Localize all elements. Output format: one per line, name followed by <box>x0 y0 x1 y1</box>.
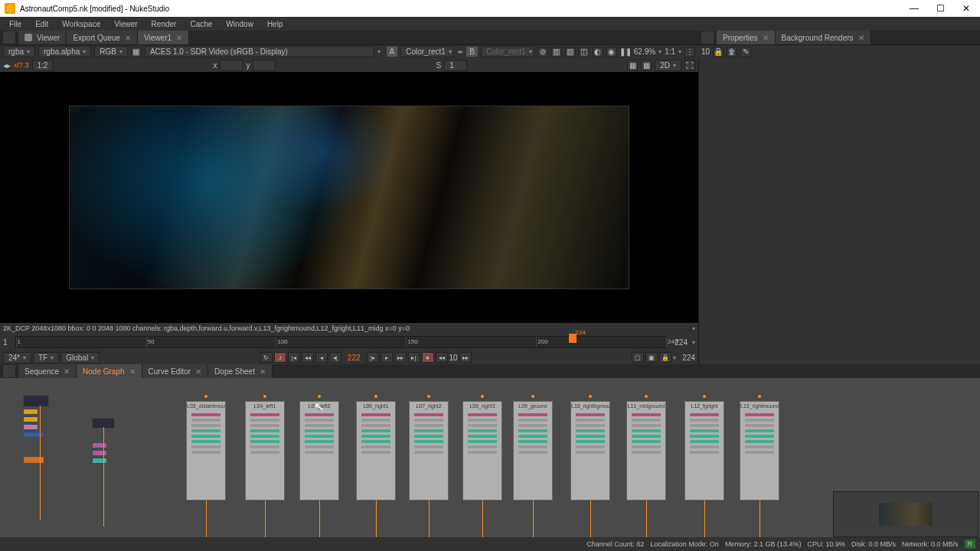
last-frame-button[interactable]: ● <box>422 352 434 363</box>
sub-node[interactable] <box>690 435 719 438</box>
node-op[interactable] <box>23 456 44 464</box>
sub-node[interactable] <box>632 413 661 416</box>
sub-node[interactable] <box>361 435 390 438</box>
sub-node[interactable] <box>468 429 497 432</box>
scope-dropdown[interactable]: Global▾ <box>60 352 100 364</box>
expand-icon[interactable]: ⛶ <box>684 60 695 70</box>
sub-node[interactable] <box>518 445 547 448</box>
node-op[interactable] <box>23 409 38 415</box>
sub-node[interactable] <box>576 413 605 416</box>
close-icon[interactable]: ✕ <box>195 367 201 376</box>
backdrop-node[interactable]: L08_right3 <box>462 401 502 500</box>
sub-node[interactable] <box>690 413 719 416</box>
y-input[interactable] <box>253 60 276 71</box>
close-icon[interactable]: ✕ <box>176 34 182 42</box>
sub-node[interactable] <box>576 424 605 427</box>
pencil-icon[interactable]: ✎ <box>740 47 751 57</box>
sub-node[interactable] <box>690 440 719 443</box>
sub-node[interactable] <box>250 440 279 443</box>
sub-node[interactable] <box>690 445 719 448</box>
close-icon[interactable]: ✕ <box>125 34 131 42</box>
skip-fwd-button[interactable]: ▸| <box>408 352 420 363</box>
sub-node[interactable] <box>305 435 334 438</box>
s-input[interactable]: 1 <box>444 60 467 71</box>
tab-background-renders[interactable]: Background Renders✕ <box>776 31 871 44</box>
tf-dropdown[interactable]: TF▾ <box>33 352 59 364</box>
sub-node[interactable] <box>414 445 443 448</box>
sub-node[interactable] <box>576 429 605 432</box>
sub-node[interactable] <box>250 445 279 448</box>
sub-node[interactable] <box>690 424 719 427</box>
sub-node[interactable] <box>518 451 547 454</box>
sub-node[interactable] <box>361 451 390 454</box>
sub-node[interactable] <box>632 445 661 448</box>
status-r[interactable]: R <box>965 540 976 549</box>
prev-key-button[interactable]: ◂◂ <box>302 352 314 363</box>
menu-cache[interactable]: Cache <box>184 18 218 30</box>
sub-node[interactable] <box>690 429 719 432</box>
lock-icon[interactable]: 🔒 <box>659 352 671 363</box>
sub-node[interactable] <box>414 419 443 422</box>
sub-node[interactable] <box>191 435 220 438</box>
grid-2-icon[interactable]: ▦ <box>641 60 652 70</box>
sub-node[interactable] <box>305 419 334 422</box>
channel-2-dropdown[interactable]: rgba.alpha▾ <box>38 46 91 57</box>
sub-node[interactable] <box>632 424 661 427</box>
gamma-icon[interactable]: ◐ <box>593 47 603 57</box>
backdrop-node[interactable]: L12_fgright <box>684 401 724 500</box>
sub-node[interactable] <box>414 429 443 432</box>
sub-node[interactable] <box>632 429 661 432</box>
sub-node[interactable] <box>361 424 390 427</box>
trash-icon[interactable]: 🗑 <box>727 47 737 57</box>
sub-node[interactable] <box>745 413 774 416</box>
sub-node[interactable] <box>690 419 719 422</box>
sub-node[interactable] <box>468 440 497 443</box>
minimize-button[interactable]: — <box>905 2 923 15</box>
sub-node[interactable] <box>250 424 279 427</box>
tab-viewer[interactable]: Viewer <box>18 31 67 44</box>
close-icon[interactable]: ✕ <box>858 34 864 42</box>
channel-toggle-icon[interactable]: ▦ <box>131 47 142 57</box>
a-buffer-label[interactable]: A <box>387 47 398 57</box>
tab-dope-sheet[interactable]: Dope Sheet✕ <box>208 364 273 378</box>
mode-2d-dropdown[interactable]: 2D▾ <box>655 60 681 71</box>
menu-workspace[interactable]: Workspace <box>56 18 106 30</box>
sub-node[interactable] <box>361 413 390 416</box>
clip-icon[interactable]: ▥ <box>551 47 562 57</box>
sub-node[interactable] <box>305 445 334 448</box>
sub-node[interactable] <box>632 435 661 438</box>
sub-node[interactable] <box>305 429 334 432</box>
tab-export-queue[interactable]: Export Queue✕ <box>67 31 138 44</box>
sub-node[interactable] <box>745 419 774 422</box>
menu-render[interactable]: Render <box>145 18 183 30</box>
backdrop-node[interactable]: L09_ground <box>513 401 553 500</box>
proxy-dropdown[interactable]: 1:2 <box>32 60 54 71</box>
sub-node[interactable] <box>305 424 334 427</box>
close-icon[interactable]: ✕ <box>64 367 70 376</box>
sub-node[interactable] <box>468 413 497 416</box>
node-op[interactable] <box>23 424 38 430</box>
tab-node-graph[interactable]: Node Graph✕ <box>77 364 142 378</box>
backdrop-node[interactable]: L04_left1 <box>245 401 285 500</box>
sub-node[interactable] <box>250 451 279 454</box>
loop-icon[interactable]: ↻ <box>260 352 273 363</box>
backdrop-node[interactable]: L10_rightbgmound <box>570 401 610 500</box>
x-input[interactable] <box>220 60 243 71</box>
first-frame-button[interactable]: J <box>274 352 286 363</box>
b-buffer-label[interactable]: B <box>466 47 478 57</box>
current-frame[interactable]: 222 <box>343 354 365 362</box>
node-read[interactable] <box>23 395 49 407</box>
sub-node[interactable] <box>690 451 719 454</box>
sub-node[interactable] <box>191 445 220 448</box>
sub-node[interactable] <box>250 429 279 432</box>
sub-node[interactable] <box>468 424 497 427</box>
sub-node[interactable] <box>250 419 279 422</box>
sub-node[interactable] <box>191 419 220 422</box>
exposure-value[interactable]: x/7.3 <box>14 61 29 69</box>
channel-rgb-dropdown[interactable]: RGB▾ <box>94 46 128 57</box>
sub-node[interactable] <box>191 451 220 454</box>
step-back-button[interactable]: ◂| <box>329 352 341 363</box>
timeline-track[interactable]: 150100150200248224 <box>15 336 668 348</box>
inc-fwd-button[interactable]: ▸▸ <box>459 352 472 363</box>
sub-node[interactable] <box>305 451 334 454</box>
